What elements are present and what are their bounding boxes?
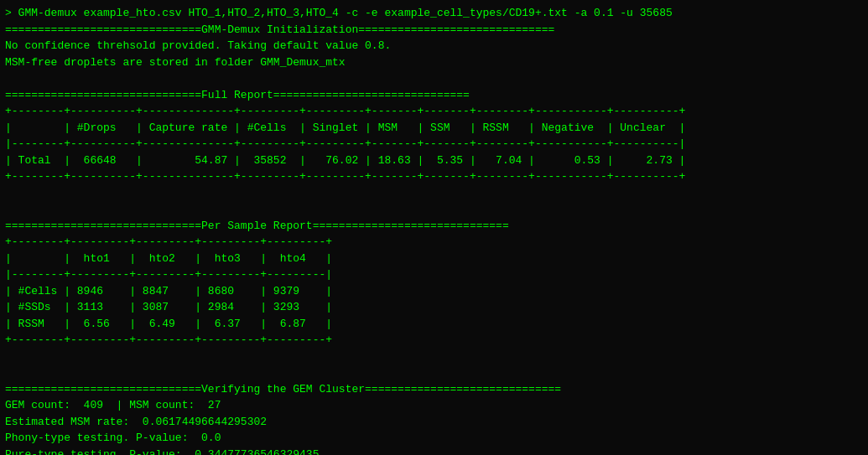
terminal-text: > GMM-demux example_hto.csv HTO_1,HTO_2,… — [5, 5, 863, 455]
terminal-output: > GMM-demux example_hto.csv HTO_1,HTO_2,… — [5, 3, 863, 455]
